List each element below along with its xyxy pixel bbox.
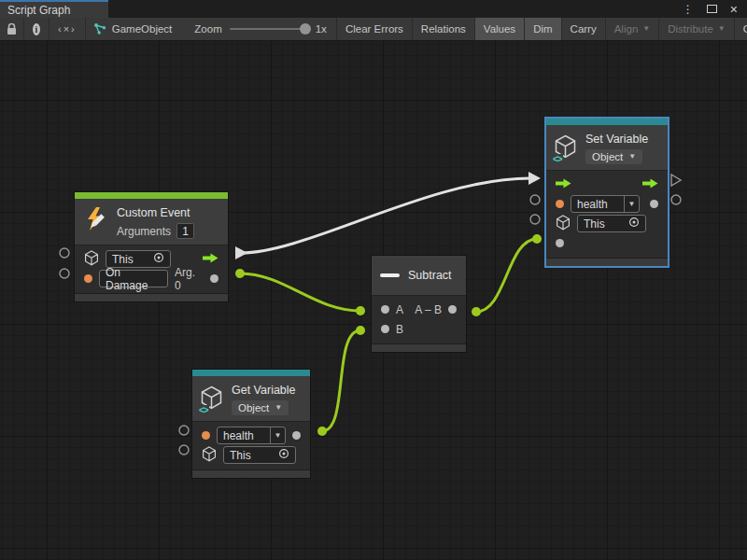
flow-out-triangle-customevent[interactable] — [235, 246, 247, 259]
variable-scope-dropdown[interactable]: Object ▼ — [585, 149, 642, 164]
port-dot-b-in[interactable] — [381, 325, 389, 333]
tab-title: Script Graph — [7, 4, 70, 17]
caret-down-icon: ▼ — [275, 404, 282, 412]
variable-scope-dropdown[interactable]: Object ▼ — [232, 400, 289, 415]
port-row-name: health ▼ — [546, 194, 668, 214]
scope-value: Object — [238, 402, 269, 413]
graph-canvas[interactable]: Custom Event Arguments 1 This — [0, 41, 747, 560]
flow-out-arrow-icon[interactable] — [203, 253, 218, 266]
port-dot-name[interactable] — [202, 431, 210, 440]
socket-getvariable-target[interactable] — [179, 445, 189, 455]
port-dot-value-in[interactable] — [556, 239, 564, 247]
wire-arg0-subtract-a[interactable] — [240, 273, 360, 311]
script-graph-window: Script Graph ⋮ × i ‹×› GameObject Zo — [0, 0, 747, 560]
zoom-slider[interactable] — [230, 28, 308, 30]
socket-setvariable-name[interactable] — [530, 195, 540, 204]
port-dot-value-out[interactable] — [292, 431, 301, 440]
dim-toggle[interactable]: Dim — [525, 18, 561, 40]
wire-getvariable-subtract-b[interactable] — [322, 330, 360, 431]
distribute-label: Distribute — [668, 23, 713, 35]
zoom-value: 1x — [316, 23, 327, 35]
maximize-icon[interactable] — [707, 5, 717, 13]
target-field[interactable]: This — [223, 446, 296, 464]
target-picker-icon[interactable] — [153, 252, 164, 266]
port-dot-event[interactable] — [84, 274, 92, 283]
socket-setvariable-target[interactable] — [530, 215, 540, 224]
edit-graph-button[interactable]: ‹×› — [49, 18, 86, 40]
target-picker-icon[interactable] — [278, 448, 289, 462]
arg0-label: Arg. 0 — [175, 266, 204, 292]
port-dot-a-in[interactable] — [381, 305, 389, 314]
socket-setvariable-value-out[interactable] — [671, 195, 681, 204]
wire-endpoint[interactable] — [317, 427, 327, 436]
values-label: Values — [484, 23, 515, 35]
distribute-dropdown[interactable]: Distribute ▼ — [659, 18, 735, 40]
caret-down-icon: ▼ — [628, 153, 636, 161]
variable-cube-icon: <> — [554, 134, 577, 161]
caret-down-icon[interactable]: ▼ — [270, 427, 285, 443]
subtract-icon — [380, 273, 400, 277]
node-get-variable[interactable]: <> Get Variable Object ▼ healt — [191, 369, 311, 479]
port-dot-arg0-out[interactable] — [210, 274, 218, 283]
set-variable-header[interactable]: <> Set Variable Object ▼ — [546, 125, 668, 171]
clear-errors-button[interactable]: Clear Errors — [336, 18, 413, 40]
script-graph-glyph-icon — [93, 22, 106, 36]
flow-out-arrow-icon[interactable] — [642, 178, 658, 191]
wire-endpoint[interactable] — [472, 307, 481, 316]
port-dot-result-out[interactable] — [448, 305, 457, 314]
close-icon[interactable]: × — [730, 3, 738, 16]
zoom-slider-handle[interactable] — [300, 23, 311, 35]
custom-event-header[interactable]: Custom Event Arguments 1 — [75, 199, 228, 245]
caret-down-icon[interactable]: ▼ — [624, 196, 639, 212]
lock-button[interactable] — [0, 18, 24, 40]
node-subtract[interactable]: Subtract A A – B B — [371, 255, 467, 353]
socket-customevent-target[interactable] — [60, 248, 69, 258]
get-variable-header[interactable]: <> Get Variable Object ▼ — [192, 376, 310, 422]
wire-endpoint[interactable] — [532, 234, 542, 244]
wire-flow-customevent-setvariable[interactable] — [241, 178, 530, 253]
port-dot-value-out[interactable] — [650, 200, 658, 208]
subtract-header[interactable]: Subtract — [372, 256, 466, 296]
port-row-target: This — [546, 214, 668, 233]
port-dot-name[interactable] — [556, 200, 564, 208]
arguments-label: Arguments — [117, 225, 171, 238]
window-controls: ⋮ × — [683, 0, 747, 18]
caret-down-icon: ▼ — [718, 25, 726, 33]
gameobject-label: GameObject — [112, 23, 173, 35]
target-field[interactable]: This — [577, 215, 646, 232]
variable-code-glyph: <> — [552, 154, 563, 164]
carry-toggle[interactable]: Carry — [562, 18, 606, 40]
port-row-name: health ▼ — [192, 426, 310, 445]
caret-down-icon: ▼ — [642, 25, 650, 33]
flow-in-arrowhead-setvariable[interactable] — [529, 172, 541, 185]
event-name-field[interactable]: On Damage — [99, 270, 168, 287]
arguments-count-field[interactable]: 1 — [176, 223, 194, 239]
target-picker-icon[interactable] — [628, 217, 640, 231]
variable-name-dropdown[interactable]: health ▼ — [571, 195, 640, 213]
wire-endpoint[interactable] — [235, 269, 245, 278]
relations-button[interactable]: Relations — [413, 18, 475, 40]
wire-endpoint[interactable] — [356, 326, 365, 335]
socket-getvariable-name[interactable] — [179, 426, 189, 435]
variable-name-dropdown[interactable]: health ▼ — [217, 427, 286, 444]
values-toggle[interactable]: Values — [475, 18, 525, 40]
overview-button[interactable]: Overview — [735, 18, 747, 40]
node-custom-event[interactable]: Custom Event Arguments 1 This — [74, 191, 229, 302]
wire-subtract-setvariable[interactable] — [476, 239, 537, 312]
info-button[interactable]: i — [24, 18, 49, 40]
tab-script-graph[interactable]: Script Graph — [0, 0, 108, 18]
align-label: Align — [614, 23, 639, 35]
flow-in-arrow-icon[interactable] — [556, 178, 571, 191]
more-menu-icon[interactable]: ⋮ — [683, 4, 694, 15]
clear-errors-label: Clear Errors — [345, 23, 403, 35]
socket-setvariable-flow-out[interactable] — [671, 175, 681, 186]
carry-label: Carry — [571, 23, 597, 35]
custom-event-icon — [82, 206, 108, 237]
node-set-variable[interactable]: <> Set Variable Object ▼ — [545, 118, 669, 267]
wire-endpoint[interactable] — [356, 306, 365, 315]
align-dropdown[interactable]: Align ▼ — [606, 18, 660, 40]
overview-label: Overview — [743, 23, 747, 35]
event-colorbar — [75, 192, 228, 199]
socket-customevent-name[interactable] — [60, 269, 69, 278]
target-value: This — [584, 217, 605, 231]
